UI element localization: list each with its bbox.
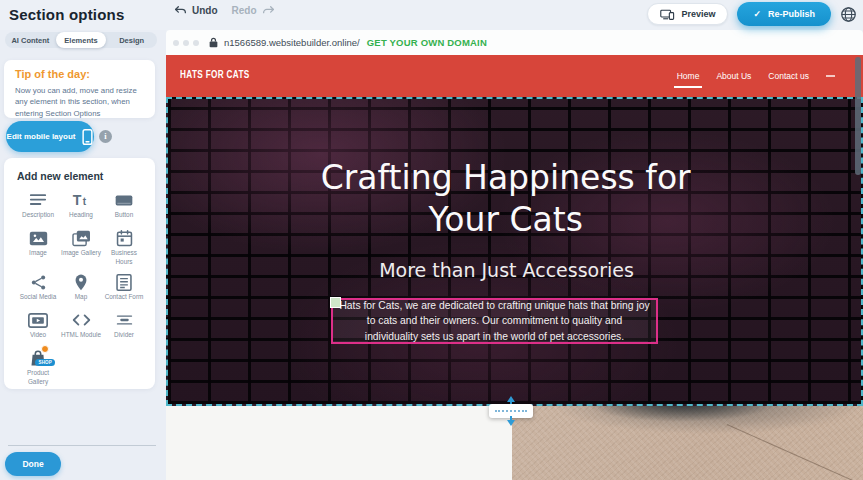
form-icon [114,273,134,291]
element-social-media[interactable]: Social Media [17,273,59,304]
image-gallery-icon [71,229,91,247]
element-map[interactable]: Map [60,273,102,304]
svg-text:T: T [73,192,82,208]
preview-button[interactable]: Preview [647,3,728,25]
site-logo[interactable]: HATS FOR CATS [180,69,250,80]
site-url[interactable]: n1566589.websitebuilder.online/ [224,37,360,48]
selection-handle[interactable] [330,297,341,308]
element-button[interactable]: Button [103,191,145,222]
undo-button[interactable]: Undo [174,5,218,16]
element-video[interactable]: Video [17,311,59,342]
lock-icon [209,37,218,48]
done-button[interactable]: Done [5,452,61,476]
top-bar: Section options Undo Redo Preview ✓ Re-P… [0,0,863,30]
preview-scrollbar[interactable] [855,57,861,175]
edit-mobile-layout-button[interactable]: Edit mobile layout [6,121,94,152]
drag-dots-icon [495,410,527,412]
check-icon: ✓ [753,9,761,19]
page-title: Section options [9,6,125,23]
nav-about-us[interactable]: About Us [716,67,751,85]
share-icon [28,273,48,291]
nav-home[interactable]: Home [677,67,700,85]
divider-icon [114,311,134,329]
browser-chrome: n1566589.websitebuilder.online/ GET YOUR… [166,30,863,55]
shop-badge: SHOP [35,359,55,366]
hero-body-text: Hats for Cats, we are dedicated to craft… [339,298,650,344]
get-domain-link[interactable]: GET YOUR OWN DOMAIN [367,37,487,48]
redo-button[interactable]: Redo [232,5,275,16]
undo-redo-group: Undo Redo [174,5,275,16]
element-contact-form[interactable]: Contact Form [103,273,145,304]
element-business-hours[interactable]: Business Hours [103,229,145,266]
video-icon [28,311,48,329]
selected-text-element[interactable]: Hats for Cats, we are dedicated to craft… [331,298,658,344]
site-viewport: HATS FOR CATS Home About Us Contact us C… [166,55,863,480]
shop-bag-icon: SHOP [28,349,48,367]
selected-hero-section[interactable]: Crafting Happiness for Your Cats More th… [166,97,863,406]
tab-elements[interactable]: Elements [56,32,107,48]
republish-button[interactable]: ✓ Re-Publish [737,2,831,26]
hero-heading[interactable]: Crafting Happiness for Your Cats [286,157,726,241]
undo-icon [174,5,187,16]
calendar-icon [114,229,134,247]
button-icon [114,191,134,209]
map-pin-icon [71,273,91,291]
sidebar-tabs: AI Content Elements Design [5,32,157,48]
tab-ai-content[interactable]: AI Content [5,32,56,48]
nav-contact-us[interactable]: Contact us [768,67,809,85]
section-resize-handle[interactable] [489,397,533,425]
new-badge-dot [41,345,49,353]
nav-more-icon[interactable] [826,75,835,77]
hero-subheading[interactable]: More than Just Accessories [307,259,707,281]
next-section-image [512,406,863,480]
resize-down-arrow-icon [507,420,515,426]
site-header[interactable]: HATS FOR CATS Home About Us Contact us [166,55,863,97]
element-divider[interactable]: Divider [103,311,145,342]
element-product-gallery[interactable]: SHOP Product Gallery [17,349,59,386]
tip-body: Now you can add, move and resize any ele… [15,85,144,119]
window-dots-icon [173,40,199,46]
devices-icon [660,9,675,20]
language-globe-icon[interactable] [840,6,857,23]
text-lines-icon [28,191,48,209]
preview-area: n1566589.websitebuilder.online/ GET YOUR… [166,30,863,480]
info-icon[interactable]: i [99,130,112,143]
code-icon [71,311,91,329]
site-nav: Home About Us Contact us [677,55,835,97]
tip-title: Tip of the day: [15,68,144,80]
tip-of-the-day-card: Tip of the day: Now you can add, move an… [4,60,155,118]
sidebar-divider [8,445,156,446]
heading-icon: Tt [71,191,91,209]
element-heading[interactable]: Tt Heading [60,191,102,222]
svg-text:t: t [83,196,87,207]
element-image[interactable]: Image [17,229,59,266]
image-icon [28,229,48,247]
topbar-actions: Preview ✓ Re-Publish [647,2,857,26]
element-html-module[interactable]: HTML Module [60,311,102,342]
add-panel-title: Add new element [17,170,149,182]
tab-design[interactable]: Design [106,32,157,48]
element-description[interactable]: Description [17,191,59,222]
redo-icon [262,5,275,16]
section-options-sidebar: AI Content Elements Design Tip of the da… [0,30,166,480]
element-grid: Description Tt Heading Button Image [17,191,149,387]
add-new-element-panel: Add new element Description Tt Heading B… [4,158,155,389]
phone-icon [82,129,93,145]
element-image-gallery[interactable]: Image Gallery [60,229,102,266]
